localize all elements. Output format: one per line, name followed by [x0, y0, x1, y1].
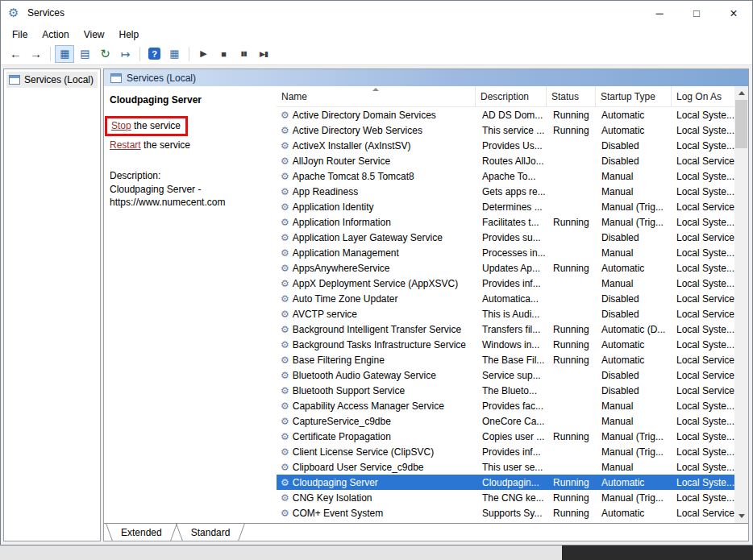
cell-startup: Automatic (D... — [596, 324, 672, 335]
properties-icon[interactable]: ▤ — [75, 45, 94, 63]
service-row[interactable]: ⚙AppsAnywhereServiceUpdates Ap...Running… — [277, 260, 736, 276]
maximize-button[interactable]: □ — [678, 1, 715, 26]
service-row[interactable]: ⚙Apache Tomcat 8.5 Tomcat8Apache To...Ma… — [277, 168, 736, 184]
cell-startup: Automatic — [596, 125, 672, 136]
column-header-description[interactable]: Description — [476, 86, 547, 106]
service-row[interactable]: ⚙Background Tasks Infrastructure Service… — [277, 337, 736, 352]
service-row[interactable]: ⚙Client License Service (ClipSVC)Provide… — [277, 444, 736, 459]
service-row[interactable]: ⚙AppX Deployment Service (AppXSVC)Provid… — [277, 276, 736, 291]
stop-service-icon[interactable]: ■ — [214, 45, 233, 63]
cell-startup: Manual — [596, 186, 672, 197]
column-header-logon[interactable]: Log On As — [672, 86, 736, 106]
cell-description: Apache To... — [476, 171, 547, 182]
menu-action[interactable]: Action — [35, 27, 76, 42]
service-row[interactable]: ⚙Clipboard User Service_c9dbeThis user s… — [277, 459, 736, 475]
service-row[interactable]: ⚙Auto Time Zone UpdaterAutomatica...Disa… — [277, 291, 736, 306]
minimize-button[interactable]: ─ — [641, 1, 678, 26]
pane-header: Services (Local) — [104, 69, 748, 86]
cell-name: ⚙Application Information — [277, 217, 476, 228]
service-gear-icon: ⚙ — [281, 385, 289, 396]
stop-service-link[interactable]: Stop — [111, 120, 131, 131]
cell-logon: Local Syste... — [672, 140, 736, 151]
service-row[interactable]: ⚙ActiveX Installer (AxInstSV)Provides Us… — [277, 138, 736, 153]
service-gear-icon: ⚙ — [281, 171, 289, 182]
start-service-icon[interactable]: ▶ — [193, 45, 213, 63]
service-row[interactable]: ⚙Base Filtering EngineThe Base Fil...Run… — [277, 352, 736, 367]
toolbar-separator — [139, 47, 140, 61]
cell-logon: Local Syste... — [672, 217, 736, 228]
service-row[interactable]: ⚙Application InformationFacilitates t...… — [277, 214, 736, 230]
service-row[interactable]: ⚙Application IdentityDetermines ...Manua… — [277, 199, 736, 214]
cell-startup: Disabled — [596, 156, 672, 167]
column-header-name[interactable]: Name — [277, 86, 476, 106]
service-row[interactable]: ⚙Active Directory Web ServicesThis servi… — [277, 122, 736, 138]
cell-logon: Local Syste... — [672, 110, 736, 121]
service-row[interactable]: ⚙Application Layer Gateway ServiceProvid… — [277, 230, 736, 245]
cell-description: Automatica... — [476, 293, 547, 305]
tabs: ExtendedStandard — [104, 523, 748, 541]
main-area: Services (Local) Services (Local) Cloudp… — [1, 65, 752, 545]
service-gear-icon: ⚙ — [281, 217, 289, 228]
service-row[interactable]: ⚙COM+ Event SystemSupports Sy...RunningA… — [277, 505, 736, 521]
service-row[interactable]: ⚙Capability Access Manager ServiceProvid… — [277, 398, 736, 413]
menu-help[interactable]: Help — [112, 27, 147, 42]
menu-view[interactable]: View — [77, 27, 112, 42]
service-gear-icon: ⚙ — [281, 431, 289, 442]
tree-item-services-local[interactable]: Services (Local) — [6, 72, 98, 88]
scroll-down-button[interactable] — [734, 509, 748, 523]
cell-description: Determines ... — [476, 201, 547, 213]
cell-status: Running — [547, 477, 596, 488]
service-gear-icon: ⚙ — [281, 446, 289, 458]
tab-standard[interactable]: Standard — [177, 524, 245, 541]
menu-file[interactable]: File — [5, 27, 35, 42]
restart-service-link[interactable]: Restart — [110, 139, 141, 151]
cell-name: ⚙Cloudpaging Server — [277, 477, 476, 488]
services-table: NameDescriptionStatusStartup TypeLog On … — [277, 86, 736, 523]
close-button[interactable]: × — [715, 1, 752, 26]
column-header-startup[interactable]: Startup Type — [596, 86, 672, 106]
back-icon[interactable]: ← — [6, 45, 25, 63]
pause-service-icon[interactable]: ▮▮ — [234, 45, 253, 63]
service-row[interactable]: ⚙CNG Key IsolationThe CNG ke...RunningMa… — [277, 490, 736, 505]
column-header-status[interactable]: Status — [547, 86, 596, 106]
service-row[interactable]: ⚙Bluetooth Audio Gateway ServiceService … — [277, 367, 736, 383]
tab-edge — [239, 524, 246, 541]
service-row[interactable]: ⚙App ReadinessGets apps re...ManualLocal… — [277, 184, 736, 199]
restart-service-icon[interactable]: ▶▮ — [254, 45, 273, 63]
cell-name: ⚙AppsAnywhereService — [277, 263, 476, 274]
service-row[interactable]: ⚙Bluetooth Support ServiceThe Blueto...D… — [277, 383, 736, 398]
service-row[interactable]: ⚙Cloudpaging ServerCloudpagin...RunningA… — [277, 475, 736, 490]
scroll-up-button[interactable] — [734, 86, 748, 100]
service-row[interactable]: ⚙CaptureService_c9dbeOneCore Ca...Manual… — [277, 413, 736, 429]
forward-icon[interactable]: → — [26, 45, 45, 63]
export-list-icon[interactable]: ↦ — [115, 45, 135, 63]
service-row[interactable]: ⚙Active Directory Domain ServicesAD DS D… — [277, 107, 736, 122]
scrollbar-thumb[interactable] — [735, 100, 747, 148]
help-icon[interactable]: ? — [144, 45, 164, 63]
cell-logon: Local Service — [672, 355, 736, 366]
service-row[interactable]: ⚙AVCTP serviceThis is Audi...DisabledLoc… — [277, 306, 736, 321]
service-row[interactable]: ⚙AllJoyn Router ServiceRoutes AllJo...Di… — [277, 153, 736, 168]
cell-status: Running — [547, 355, 596, 366]
tab-extended[interactable]: Extended — [106, 524, 177, 541]
stop-service-icon-glyph: ■ — [221, 49, 226, 59]
service-gear-icon: ⚙ — [281, 400, 289, 412]
cell-description: Provides Us... — [476, 140, 547, 151]
service-name: App Readiness — [293, 186, 358, 197]
service-row[interactable]: ⚙Application ManagementProcesses in...Ma… — [277, 245, 736, 260]
service-row[interactable]: ⚙Certificate PropagationCopies user ...R… — [277, 429, 736, 444]
console-tree-panel: Services (Local) — [3, 68, 101, 541]
service-name: Capability Access Manager Service — [293, 400, 444, 412]
cell-startup: Automatic — [596, 263, 672, 274]
scroll-down-icon — [738, 514, 745, 518]
cell-name: ⚙Client License Service (ClipSVC) — [277, 446, 476, 458]
service-name: Application Information — [293, 217, 391, 228]
pane-header-title: Services (Local) — [127, 73, 196, 84]
service-gear-icon: ⚙ — [281, 247, 289, 259]
cell-name: ⚙Apache Tomcat 8.5 Tomcat8 — [277, 171, 476, 182]
cell-name: ⚙Capability Access Manager Service — [277, 400, 476, 412]
action-pane-icon[interactable]: ▦ — [164, 45, 184, 63]
service-row[interactable]: ⚙Background Intelligent Transfer Service… — [277, 321, 736, 337]
refresh-icon[interactable]: ↻ — [95, 45, 114, 63]
show-console-tree-icon[interactable]: ▦ — [55, 45, 74, 63]
